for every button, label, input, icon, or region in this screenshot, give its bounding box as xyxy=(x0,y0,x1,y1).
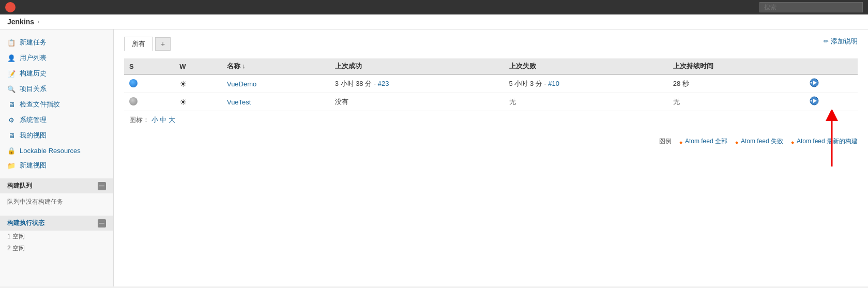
legend-text: 图例 xyxy=(659,137,672,146)
project-rel-icon: 🔍 xyxy=(7,85,16,93)
table-row: ☀ VueTest 没有 无 无 xyxy=(124,93,858,111)
sidebar: 📋 新建任务 👤 用户列表 📝 构建历史 🔍 项目关系 🖥 检查文件指纹 ⚙ 系… xyxy=(0,29,114,286)
last-fail-vuedemo: 5 小时 3 分 - #10 xyxy=(504,74,668,93)
weather-cell-vuedemo: ☀ xyxy=(174,74,222,93)
table-row: ☀ VueDemo 3 小时 38 分 - #23 5 小时 3 分 - #10… xyxy=(124,74,858,93)
col-header-last-success: 上次成功 xyxy=(330,58,504,74)
last-duration-vuetest: 无 xyxy=(668,93,805,111)
footer-feeds: 图例 ⬥ Atom feed 全部 ⬥ Atom feed 失败 ⬥ Atom … xyxy=(124,137,858,146)
tab-bar: 所有 + xyxy=(124,37,858,51)
build-link-10[interactable]: #10 xyxy=(548,80,559,87)
schedule-icon-vuetest[interactable] xyxy=(810,98,819,107)
add-description-link[interactable]: ✏ 添加说明 xyxy=(824,37,858,46)
action-cell-vuetest xyxy=(804,93,858,111)
atom-feed-latest-link[interactable]: ⬥ Atom feed 最新的构建 xyxy=(790,137,858,146)
content-area: ✏ 添加说明 所有 + S W 名称 ↓ 上次成功 上次失败 上次持续时间 xyxy=(114,29,868,286)
sidebar-item-build-history[interactable]: 📝 构建历史 xyxy=(0,66,113,81)
tab-add-button[interactable]: + xyxy=(155,37,171,51)
build-queue-section: 构建队列 — xyxy=(0,178,113,193)
status-ball-grey xyxy=(129,97,138,105)
check-file-icon: 🖥 xyxy=(7,100,16,109)
svg-point-2 xyxy=(811,82,812,84)
last-fail-vuetest: 无 xyxy=(504,93,668,111)
icon-size-row: 图标： 小 中 大 xyxy=(124,111,858,129)
col-header-actions xyxy=(804,58,858,74)
icon-size-medium[interactable]: 中 xyxy=(160,116,166,124)
build-history-icon: 📝 xyxy=(7,69,16,78)
edit-icon: ✏ xyxy=(824,38,829,45)
col-header-last-fail: 上次失败 xyxy=(504,58,668,74)
col-header-s: S xyxy=(124,58,174,74)
build-queue-empty: 队列中没有构建任务 xyxy=(0,193,113,210)
sidebar-item-sys-manage[interactable]: ⚙ 系统管理 xyxy=(0,112,113,128)
lockable-icon: 🔒 xyxy=(7,146,16,155)
build-exec-collapse[interactable]: — xyxy=(98,219,106,228)
jenkins-logo xyxy=(5,2,16,12)
weather-sunny-vuetest: ☀ xyxy=(179,98,187,107)
sidebar-item-my-view[interactable]: 🖥 我的视图 xyxy=(0,128,113,143)
executor-1: 1 空闲 xyxy=(0,231,113,242)
weather-cell-vuetest: ☀ xyxy=(174,93,222,111)
last-duration-vuedemo: 28 秒 xyxy=(668,74,805,93)
status-cell-vuetest xyxy=(124,93,174,111)
top-bar xyxy=(0,0,868,14)
sidebar-item-new-view[interactable]: 📁 新建视图 xyxy=(0,158,113,173)
sidebar-item-new-task[interactable]: 📋 新建任务 xyxy=(0,35,113,50)
build-queue-collapse[interactable]: — xyxy=(98,182,106,190)
action-cell-vuedemo xyxy=(804,74,858,93)
executor-2: 2 空闲 xyxy=(0,242,113,254)
sidebar-item-lockable[interactable]: 🔒 Lockable Resources xyxy=(0,143,113,158)
main-layout: 📋 新建任务 👤 用户列表 📝 构建历史 🔍 项目关系 🖥 检查文件指纹 ⚙ 系… xyxy=(0,29,868,286)
rss-icon-fail: ⬥ xyxy=(735,138,739,146)
icon-size-large[interactable]: 大 xyxy=(169,116,175,124)
icon-size-small[interactable]: 小 xyxy=(151,116,158,124)
job-link-vuedemo[interactable]: VueDemo xyxy=(227,80,256,88)
build-exec-section: 构建执行状态 — xyxy=(0,216,113,231)
schedule-icon-vuedemo[interactable] xyxy=(810,80,819,89)
my-view-icon: 🖥 xyxy=(7,131,16,140)
svg-point-5 xyxy=(811,100,812,102)
job-link-vuetest[interactable]: VueTest xyxy=(227,98,251,106)
jobs-table: S W 名称 ↓ 上次成功 上次失败 上次持续时间 ☀ xyxy=(124,58,858,111)
rss-icon-all: ⬥ xyxy=(679,138,683,146)
breadcrumb-sep: › xyxy=(37,18,39,25)
sys-manage-icon: ⚙ xyxy=(7,116,16,124)
build-exec-link[interactable]: 构建执行状态 xyxy=(7,219,44,228)
breadcrumb-jenkins[interactable]: Jenkins xyxy=(7,18,34,26)
sidebar-item-project-rel[interactable]: 🔍 项目关系 xyxy=(0,81,113,97)
col-header-last-duration: 上次持续时间 xyxy=(668,58,805,74)
atom-feed-fail-link[interactable]: ⬥ Atom feed 失败 xyxy=(735,137,783,146)
col-header-name[interactable]: 名称 ↓ xyxy=(222,58,330,74)
header: Jenkins › xyxy=(0,14,868,29)
atom-feed-all-link[interactable]: ⬥ Atom feed 全部 xyxy=(679,137,727,146)
user-list-icon: 👤 xyxy=(7,54,16,62)
name-cell-vuedemo: VueDemo xyxy=(222,74,330,93)
status-cell-vuedemo xyxy=(124,74,174,93)
sidebar-item-user-list[interactable]: 👤 用户列表 xyxy=(0,50,113,66)
last-success-vuetest: 没有 xyxy=(330,93,504,111)
tab-all[interactable]: 所有 xyxy=(124,37,153,51)
table-header-row: S W 名称 ↓ 上次成功 上次失败 上次持续时间 xyxy=(124,58,858,74)
build-link-23[interactable]: #23 xyxy=(378,80,389,87)
rss-icon-latest: ⬥ xyxy=(790,138,795,146)
col-header-w: W xyxy=(174,58,222,74)
sidebar-item-check-file[interactable]: 🖥 检查文件指纹 xyxy=(0,97,113,112)
top-search-input[interactable] xyxy=(759,2,863,12)
status-ball-blue xyxy=(129,79,138,87)
new-task-icon: 📋 xyxy=(7,38,16,47)
new-view-icon: 📁 xyxy=(7,161,16,170)
weather-sunny-vuedemo: ☀ xyxy=(179,80,187,88)
name-cell-vuetest: VueTest xyxy=(222,93,330,111)
last-success-vuedemo: 3 小时 38 分 - #23 xyxy=(330,74,504,93)
